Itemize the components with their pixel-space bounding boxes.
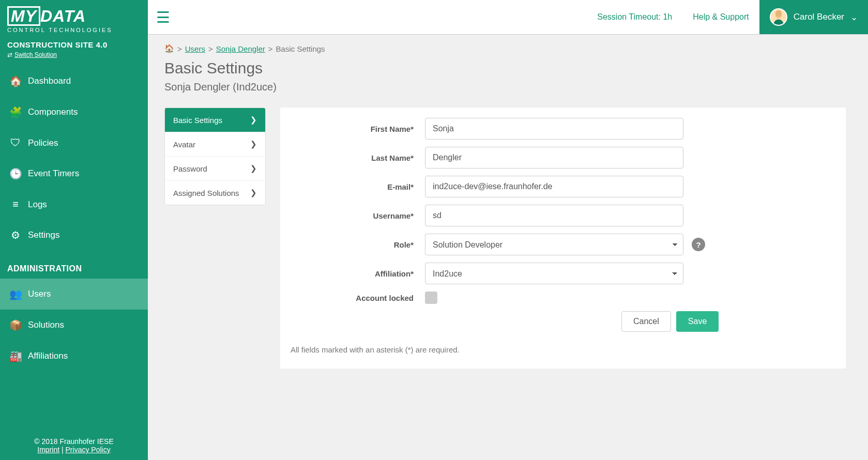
- clock-icon: 🕒: [9, 167, 22, 180]
- subnav-label: Basic Settings: [173, 116, 222, 125]
- label-email: E-mail*: [291, 182, 425, 191]
- logo: MYDATA CONTROL TECHNOLOGIES: [0, 0, 148, 36]
- subnav-label: Password: [173, 164, 207, 173]
- sidebar-item-label: Policies: [28, 138, 58, 148]
- sidebar-item-users[interactable]: 👥 Users: [0, 279, 148, 310]
- sidebar-item-dashboard[interactable]: 🏠 Dashboard: [0, 66, 148, 97]
- first-name-field[interactable]: [425, 118, 683, 140]
- home-icon[interactable]: 🏠: [164, 44, 174, 53]
- user-name: Carol Becker: [794, 12, 844, 22]
- page-title: Basic Settings: [164, 59, 851, 77]
- switch-icon: ⇄: [7, 51, 12, 58]
- subnav-assigned-solutions[interactable]: Assigned Solutions ❯: [165, 181, 265, 205]
- building-icon: 🏭: [9, 350, 22, 362]
- sidebar-item-affiliations[interactable]: 🏭 Affiliations: [0, 341, 148, 372]
- switch-solution-link[interactable]: Switch Solution: [14, 51, 57, 58]
- sidebar-item-label: Event Timers: [28, 168, 79, 179]
- cancel-button[interactable]: Cancel: [621, 311, 671, 332]
- admin-nav: 👥 Users 📦 Solutions 🏭 Affiliations: [0, 279, 148, 372]
- breadcrumb-current: Basic Settings: [276, 44, 325, 53]
- chevron-right-icon: ❯: [250, 140, 257, 149]
- save-button[interactable]: Save: [676, 311, 719, 332]
- users-icon: 👥: [9, 288, 22, 300]
- sidebar-item-solutions[interactable]: 📦 Solutions: [0, 310, 148, 341]
- user-menu[interactable]: Carol Becker ⌄: [759, 0, 868, 34]
- sidebar-item-components[interactable]: 🧩 Components: [0, 97, 148, 128]
- logo-subtitle: CONTROL TECHNOLOGIES: [7, 27, 141, 33]
- chevron-right-icon: ❯: [250, 115, 257, 125]
- footer: © 2018 Fraunhofer IESE Imprint | Privacy…: [0, 431, 148, 460]
- topbar: ☰ Session Timeout: 1h Help & Support Car…: [148, 0, 868, 35]
- copyright: © 2018 Fraunhofer IESE: [6, 437, 142, 446]
- help-icon[interactable]: ?: [692, 238, 705, 251]
- sidebar-item-label: Components: [28, 107, 78, 117]
- sidebar-item-settings[interactable]: ⚙ Settings: [0, 220, 148, 251]
- avatar-icon: [770, 8, 787, 26]
- label-first-name: First Name*: [291, 125, 425, 133]
- logo-data: DATA: [40, 7, 86, 25]
- admin-header: ADMINISTRATION: [0, 251, 148, 279]
- chevron-right-icon: ❯: [250, 188, 257, 197]
- sidebar-item-label: Logs: [28, 200, 47, 210]
- list-icon: ≡: [9, 198, 22, 210]
- breadcrumb-user[interactable]: Sonja Dengler: [216, 44, 265, 53]
- breadcrumb: 🏠 > Users > Sonja Dengler > Basic Settin…: [164, 44, 851, 53]
- form-panel: First Name* Last Name* E-mail* Username*…: [280, 108, 846, 369]
- sidebar-item-label: Dashboard: [28, 76, 71, 86]
- logo-my: MY: [7, 6, 40, 26]
- subnav: Basic Settings ❯ Avatar ❯ Password ❯ Ass…: [164, 108, 266, 205]
- last-name-field[interactable]: [425, 147, 683, 168]
- sidebar-item-label: Settings: [28, 230, 59, 240]
- sidebar-item-label: Solutions: [28, 320, 64, 330]
- sidebar-item-label: Users: [28, 289, 51, 299]
- subnav-avatar[interactable]: Avatar ❯: [165, 132, 265, 157]
- email-field[interactable]: [425, 176, 683, 197]
- privacy-link[interactable]: Privacy Policy: [66, 446, 111, 454]
- hamburger-icon[interactable]: ☰: [156, 8, 170, 26]
- chevron-down-icon: ⌄: [850, 12, 858, 23]
- session-timeout: Session Timeout: 1h: [587, 12, 682, 22]
- affiliation-select[interactable]: Ind2uce: [425, 263, 683, 284]
- sidebar-item-policies[interactable]: 🛡 Policies: [0, 128, 148, 158]
- required-note: All fields marked with an asterisk (*) a…: [291, 345, 804, 354]
- main-nav: 🏠 Dashboard 🧩 Components 🛡 Policies 🕒 Ev…: [0, 66, 148, 251]
- puzzle-icon: 🧩: [9, 106, 22, 118]
- label-affiliation: Affiliation*: [291, 269, 425, 278]
- subnav-basic-settings[interactable]: Basic Settings ❯: [165, 108, 265, 132]
- breadcrumb-users[interactable]: Users: [185, 44, 205, 53]
- page-subtitle: Sonja Dengler (Ind2uce): [164, 81, 851, 93]
- home-icon: 🏠: [9, 75, 22, 87]
- chevron-right-icon: ❯: [250, 164, 257, 173]
- username-field[interactable]: [425, 205, 683, 226]
- subnav-password[interactable]: Password ❯: [165, 157, 265, 181]
- gears-icon: ⚙: [9, 229, 22, 241]
- content: 🏠 > Users > Sonja Dengler > Basic Settin…: [148, 35, 868, 378]
- help-support-link[interactable]: Help & Support: [682, 12, 759, 22]
- subnav-label: Assigned Solutions: [173, 189, 239, 197]
- label-username: Username*: [291, 211, 425, 220]
- sidebar-item-logs[interactable]: ≡ Logs: [0, 189, 148, 220]
- imprint-link[interactable]: Imprint: [37, 446, 59, 454]
- role-select[interactable]: Solution Developer: [425, 234, 683, 255]
- sidebar-item-event-timers[interactable]: 🕒 Event Timers: [0, 158, 148, 189]
- subnav-label: Avatar: [173, 140, 195, 149]
- label-locked: Account locked: [291, 294, 425, 302]
- cubes-icon: 📦: [9, 319, 22, 331]
- label-last-name: Last Name*: [291, 154, 425, 162]
- solution-block: CONSTRUCTION SITE 4.0 ⇄ Switch Solution: [0, 36, 148, 66]
- label-role: Role*: [291, 240, 425, 249]
- shield-icon: 🛡: [9, 137, 22, 149]
- sidebar-item-label: Affiliations: [28, 351, 68, 361]
- account-locked-checkbox[interactable]: [425, 292, 437, 304]
- sidebar: MYDATA CONTROL TECHNOLOGIES CONSTRUCTION…: [0, 0, 148, 460]
- main: ☰ Session Timeout: 1h Help & Support Car…: [148, 0, 868, 460]
- solution-title: CONSTRUCTION SITE 4.0: [7, 40, 141, 49]
